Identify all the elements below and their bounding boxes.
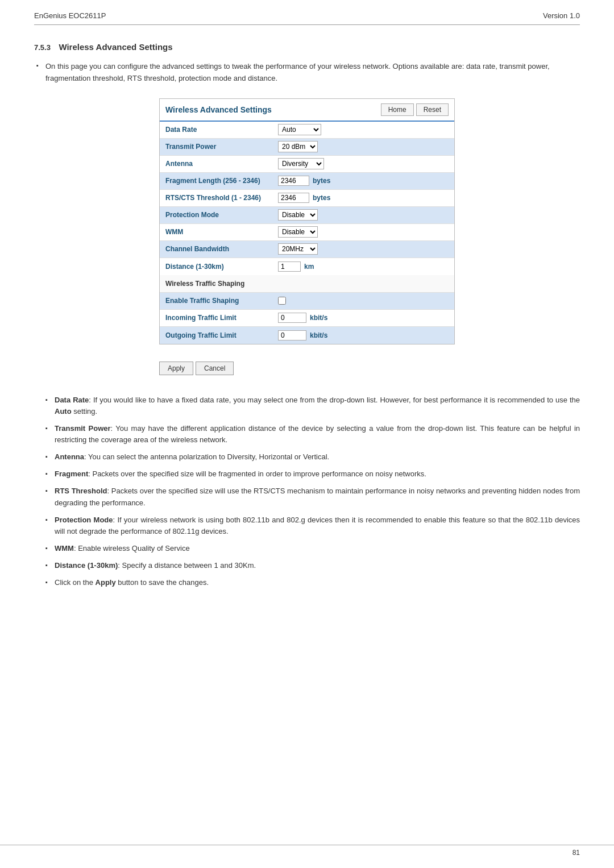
- section-number: 7.5.3: [34, 43, 51, 52]
- outgoing-traffic-value: kbit/s: [273, 328, 454, 343]
- data-rate-row: Data Rate Auto 1 Mbps 2 Mbps 5.5 Mbps 11…: [160, 122, 454, 139]
- action-buttons: Apply Cancel: [159, 356, 455, 381]
- bullet-data-rate-bold: Data Rate: [55, 396, 89, 404]
- outgoing-traffic-label: Outgoing Traffic Limit: [160, 329, 273, 342]
- page-number: 81: [572, 849, 580, 857]
- settings-body: Data Rate Auto 1 Mbps 2 Mbps 5.5 Mbps 11…: [160, 122, 454, 275]
- antenna-select[interactable]: Diversity Horizontal Vertical: [278, 158, 324, 169]
- bullet-rts-threshold: RTS Threshold: Packets over the specifie…: [45, 485, 580, 508]
- bullet-transmit-power-text: : You may have the different application…: [55, 424, 580, 444]
- channel-bandwidth-label: Channel Bandwidth: [160, 242, 273, 256]
- channel-bandwidth-row: Channel Bandwidth 20MHz 40MHz: [160, 241, 454, 258]
- enable-traffic-shaping-value: [273, 294, 454, 307]
- rts-threshold-label: RTS/CTS Threshold (1 - 2346): [160, 191, 273, 205]
- transmit-power-value: 20 dBm 17 dBm 14 dBm 11 dBm: [273, 139, 454, 155]
- transmit-power-label: Transmit Power: [160, 140, 273, 153]
- settings-panel: Wireless Advanced Settings Home Reset Da…: [159, 98, 455, 344]
- transmit-power-select[interactable]: 20 dBm 17 dBm 14 dBm 11 dBm: [278, 141, 318, 152]
- fragment-length-label: Fragment Length (256 - 2346): [160, 174, 273, 188]
- bullet-fragment-bold: Fragment: [55, 470, 88, 478]
- protection-mode-select[interactable]: Disable Enable: [278, 209, 318, 221]
- distance-row: Distance (1-30km) km: [160, 258, 454, 275]
- apply-button[interactable]: Apply: [159, 362, 193, 375]
- bullet-fragment-text: : Packets over the specified size will b…: [88, 470, 426, 478]
- incoming-traffic-value: kbit/s: [273, 310, 454, 325]
- distance-input[interactable]: [278, 261, 301, 272]
- enable-traffic-shaping-label: Enable Traffic Shaping: [160, 294, 273, 308]
- protection-mode-label: Protection Mode: [160, 208, 273, 222]
- header-left: EnGenius EOC2611P: [34, 11, 106, 20]
- bullet-distance-bold: Distance (1-30km): [55, 561, 118, 570]
- rts-threshold-row: RTS/CTS Threshold (1 - 2346) bytes: [160, 190, 454, 207]
- outgoing-traffic-row: Outgoing Traffic Limit kbit/s: [160, 327, 454, 344]
- intro-text: On this page you can configure the advan…: [45, 61, 580, 85]
- rts-threshold-input[interactable]: [278, 193, 309, 203]
- bullet-data-rate-text: : If you would like to have a fixed data…: [55, 396, 580, 416]
- outgoing-traffic-unit: kbit/s: [310, 331, 327, 339]
- bullet-data-rate: Data Rate: If you would like to have a f…: [45, 394, 580, 417]
- section-title: Wireless Advanced Settings: [59, 42, 172, 52]
- data-rate-value: Auto 1 Mbps 2 Mbps 5.5 Mbps 11 Mbps: [273, 122, 454, 138]
- fragment-length-row: Fragment Length (256 - 2346) bytes: [160, 173, 454, 190]
- bullet-distance-text: : Specify a distance between 1 and 30Km.: [118, 561, 256, 570]
- settings-panel-header: Wireless Advanced Settings Home Reset: [160, 99, 454, 122]
- fragment-length-value: bytes: [273, 173, 454, 188]
- incoming-traffic-input[interactable]: [278, 313, 306, 323]
- data-rate-label: Data Rate: [160, 123, 273, 136]
- header-buttons: Home Reset: [381, 103, 449, 116]
- bullet-protection-bold: Protection Mode: [55, 516, 113, 524]
- distance-unit: km: [304, 263, 314, 271]
- bullet-antenna-bold: Antenna: [55, 452, 84, 461]
- distance-value: km: [273, 259, 454, 274]
- transmit-power-row: Transmit Power 20 dBm 17 dBm 14 dBm 11 d…: [160, 139, 454, 156]
- page-header: EnGenius EOC2611P Version 1.0: [34, 11, 580, 25]
- bullet-wmm-text: : Enable wireless Quality of Service: [74, 544, 190, 553]
- bullet-protection-text: : If your wireless network is using both…: [55, 516, 580, 535]
- rts-threshold-value: bytes: [273, 190, 454, 205]
- protection-mode-row: Protection Mode Disable Enable: [160, 207, 454, 224]
- bullet-apply: Click on the Apply button to save the ch…: [45, 577, 580, 588]
- antenna-row: Antenna Diversity Horizontal Vertical: [160, 156, 454, 173]
- page-footer: 81: [0, 845, 614, 857]
- bullet-protection-mode: Protection Mode: If your wireless networ…: [45, 514, 580, 537]
- fragment-length-input[interactable]: [278, 176, 309, 186]
- bullet-antenna-text: : You can select the antenna polarizatio…: [84, 452, 329, 461]
- bullet-wmm-bold: WMM: [55, 544, 74, 553]
- description-list: Data Rate: If you would like to have a f…: [45, 394, 580, 589]
- antenna-label: Antenna: [160, 157, 273, 171]
- bullet-apply-text: Click on the Apply button to save the ch…: [55, 578, 209, 587]
- traffic-shaping-body: Enable Traffic Shaping Incoming Traffic …: [160, 293, 454, 344]
- data-rate-select[interactable]: Auto 1 Mbps 2 Mbps 5.5 Mbps 11 Mbps: [278, 124, 321, 135]
- channel-bandwidth-value: 20MHz 40MHz: [273, 241, 454, 257]
- outgoing-traffic-input[interactable]: [278, 330, 306, 340]
- section-heading: 7.5.3 Wireless Advanced Settings: [34, 42, 580, 52]
- enable-traffic-shaping-row: Enable Traffic Shaping: [160, 293, 454, 310]
- bullet-rts-text: : Packets over the specified size will u…: [55, 487, 580, 506]
- traffic-shaping-header: Wireless Traffic Shaping: [160, 275, 454, 293]
- incoming-traffic-label: Incoming Traffic Limit: [160, 311, 273, 325]
- fragment-bytes-unit: bytes: [313, 177, 330, 185]
- bullet-transmit-power: Transmit Power: You may have the differe…: [45, 423, 580, 446]
- protection-mode-value: Disable Enable: [273, 207, 454, 223]
- header-right: Version 1.0: [543, 11, 580, 20]
- home-button[interactable]: Home: [381, 103, 414, 116]
- bullet-fragment: Fragment: Packets over the specified siz…: [45, 468, 580, 480]
- wmm-select[interactable]: Disable Enable: [278, 226, 318, 238]
- wmm-label: WMM: [160, 225, 273, 239]
- incoming-traffic-row: Incoming Traffic Limit kbit/s: [160, 310, 454, 327]
- cancel-button[interactable]: Cancel: [196, 362, 234, 375]
- wmm-row: WMM Disable Enable: [160, 224, 454, 241]
- antenna-value: Diversity Horizontal Vertical: [273, 156, 454, 172]
- reset-button[interactable]: Reset: [416, 103, 449, 116]
- panel-title: Wireless Advanced Settings: [165, 105, 272, 114]
- incoming-traffic-unit: kbit/s: [310, 314, 327, 322]
- wmm-value: Disable Enable: [273, 224, 454, 240]
- channel-bandwidth-select[interactable]: 20MHz 40MHz: [278, 243, 318, 255]
- bullet-wmm: WMM: Enable wireless Quality of Service: [45, 543, 580, 554]
- rts-bytes-unit: bytes: [313, 194, 330, 202]
- bullet-antenna: Antenna: You can select the antenna pola…: [45, 451, 580, 463]
- bullet-distance: Distance (1-30km): Specify a distance be…: [45, 560, 580, 571]
- bullet-rts-bold: RTS Threshold: [55, 487, 107, 495]
- bullet-transmit-power-bold: Transmit Power: [55, 424, 111, 433]
- enable-traffic-shaping-checkbox[interactable]: [278, 297, 286, 305]
